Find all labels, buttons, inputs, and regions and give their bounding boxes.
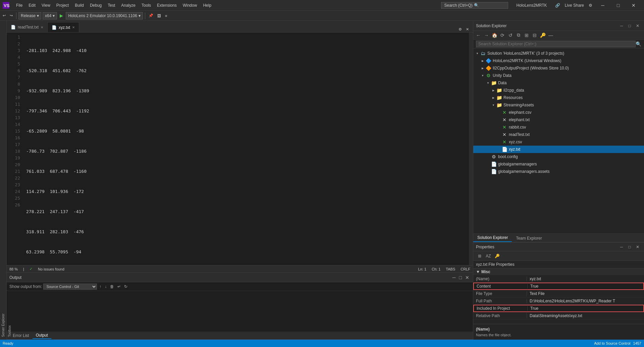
se-sync-btn[interactable]: ⟳ xyxy=(499,32,506,39)
output-float-btn[interactable]: □ xyxy=(458,275,463,280)
tree-folder-il2cppdata[interactable]: ▶ 📁 il2cpp_data xyxy=(473,87,644,94)
output-wrap-btn[interactable]: ↵ xyxy=(116,284,122,289)
prop-row-relativepath[interactable]: Relative Path Data\StreamingAssets\xyz.t… xyxy=(473,312,644,319)
tree-file-rabbit-csv[interactable]: ✕ rabbit.csv xyxy=(473,123,644,131)
prop-value-content: True xyxy=(528,284,643,289)
live-share-button[interactable]: Live Share xyxy=(563,2,586,8)
tab-settings-btn[interactable]: ⚙ xyxy=(457,27,463,32)
props-alpha-btn[interactable]: AZ xyxy=(485,252,492,260)
svg-text:VS: VS xyxy=(4,3,9,8)
source-control-status[interactable]: Add to Source Control xyxy=(594,341,630,345)
prop-row-fullpath[interactable]: Full Path D:\HoloLens2\HoloLens2MRTK\UWP… xyxy=(473,297,644,305)
toolbar-btn-2[interactable]: 🖼 xyxy=(156,13,162,18)
menu-file[interactable]: File xyxy=(13,2,25,9)
se-toggle-btn[interactable]: — xyxy=(547,32,554,39)
tree-file-xyz-txt[interactable]: 📄 xyz.txt xyxy=(473,146,644,153)
desc-text: Names the file object. xyxy=(476,333,641,337)
props-pages-btn[interactable]: 🔑 xyxy=(493,252,501,260)
global-search[interactable]: Search (Ctrl+Q) 🔍 xyxy=(441,2,508,9)
tab-xyztxt-close[interactable]: ✕ xyxy=(72,26,75,29)
tree-folder-data[interactable]: ▼ 📁 Data xyxy=(473,79,644,87)
tab-xyztxt[interactable]: 📄 xyz.txt ✕ xyxy=(48,22,79,32)
menu-debug[interactable]: Debug xyxy=(87,2,104,9)
output-refresh-btn[interactable]: ↻ xyxy=(123,284,128,289)
release-chevron-icon: ▾ xyxy=(37,13,39,18)
toolbar-btn-3[interactable]: ≡ xyxy=(164,13,168,18)
se-expand-btn[interactable]: ⊞ xyxy=(523,32,530,39)
se-search-input[interactable] xyxy=(476,41,636,47)
tree-folder-resources[interactable]: ▶ 📁 Resources xyxy=(473,94,644,101)
tree-file-globalgamemanagers[interactable]: 📄 globalgamemanagers xyxy=(473,160,644,168)
se-collapse-btn[interactable]: ⊟ xyxy=(531,32,538,39)
run-target-dropdown[interactable]: HoloLens 2 Emulator 10.0.19041.1106 ▾ xyxy=(66,12,143,19)
release-dropdown[interactable]: Release ▾ xyxy=(18,12,41,19)
menu-analyze[interactable]: Analyze xyxy=(118,2,138,9)
output-scroll-up-btn[interactable]: ↑ xyxy=(98,284,102,289)
separator-1: | xyxy=(23,267,24,271)
tree-project-il2cpp[interactable]: ▶ 🔶 Il2CppOutputProject (Windows Store 1… xyxy=(473,64,644,72)
se-back-btn[interactable]: ← xyxy=(475,32,482,39)
bottom-tab-output[interactable]: Output xyxy=(33,332,51,339)
se-tab-solution-explorer[interactable]: Solution Explorer xyxy=(473,234,512,242)
tree-file-xyz-csv[interactable]: ✕ xyz.csv xyxy=(473,138,644,146)
tree-solution[interactable]: ▼ 🗂 Solution 'HoloLens2MRTK' (3 of 3 pro… xyxy=(473,50,644,57)
props-minimize-btn[interactable]: ─ xyxy=(618,243,625,251)
menu-view[interactable]: View xyxy=(39,2,53,9)
menu-project[interactable]: Project xyxy=(54,2,71,9)
props-close-btn[interactable]: ✕ xyxy=(634,243,641,251)
minimize-button[interactable]: ─ xyxy=(595,0,610,11)
tab-readtest[interactable]: 📄 readTest.txt ✕ xyxy=(7,22,48,32)
run-button[interactable]: ▶ xyxy=(58,13,64,18)
se-refresh-btn[interactable]: ↺ xyxy=(507,32,514,39)
tree-file-boot-config[interactable]: ⚙ boot.config xyxy=(473,153,644,160)
menu-window[interactable]: Window xyxy=(180,2,200,9)
se-properties-btn[interactable]: 🔑 xyxy=(539,32,546,39)
menu-extensions[interactable]: Extensions xyxy=(154,2,179,9)
tree-project-unitydata[interactable]: ▼ ⚙ Unity Data xyxy=(473,72,644,79)
props-float-btn[interactable]: □ xyxy=(626,243,633,251)
tab-readtest-close[interactable]: ✕ xyxy=(41,26,43,29)
se-tab-team-explorer[interactable]: Team Explorer xyxy=(512,235,546,242)
menu-edit[interactable]: Edit xyxy=(26,2,38,9)
close-button[interactable]: ✕ xyxy=(626,0,641,11)
props-misc-section[interactable]: ▼ Misc xyxy=(473,268,644,275)
se-home-btn[interactable]: 🏠 xyxy=(491,32,498,39)
output-scroll-down-btn[interactable]: ↓ xyxy=(104,284,108,289)
editor-scrollbar[interactable] xyxy=(469,33,473,265)
output-minimize-btn[interactable]: ─ xyxy=(451,275,457,280)
tree-file-elephant-csv[interactable]: ✕ elephant.csv xyxy=(473,109,644,116)
toolbar-undo[interactable]: ↩ xyxy=(1,13,7,18)
code-editor[interactable]: -281.103 242.988 -410 -520.318 451.602 -… xyxy=(23,33,469,265)
bottom-tab-errorlist[interactable]: Error List xyxy=(9,333,33,339)
toolbar-btn-1[interactable]: 📌 xyxy=(147,13,155,18)
settings-icon[interactable]: ⚙ xyxy=(589,3,592,8)
tree-project-hl2mrtk[interactable]: ▶ 🔷 HoloLens2MRTK (Universal Windows) xyxy=(473,57,644,64)
position-status: 1457 xyxy=(633,341,641,345)
prop-row-filetype[interactable]: File Type Text File xyxy=(473,290,644,297)
se-minimize-btn[interactable]: ─ xyxy=(618,22,625,30)
menu-tools[interactable]: Tools xyxy=(139,2,154,9)
output-source-select[interactable]: Source Control - GitBuildDebugTest xyxy=(43,284,97,290)
tree-folder-streaming[interactable]: ▼ 📁 StreamingAssets xyxy=(473,101,644,109)
tab-pin-btn[interactable]: ✕ xyxy=(465,27,470,32)
server-explorer-strip[interactable]: Server Explorer xyxy=(0,21,6,340)
restore-button[interactable]: □ xyxy=(610,0,626,11)
se-forward-btn[interactable]: → xyxy=(483,32,490,39)
tree-file-readtest[interactable]: ✕ readTest.txt xyxy=(473,131,644,138)
se-copy-btn[interactable]: ⧉ xyxy=(515,32,522,39)
output-clear-btn[interactable]: 🗑 xyxy=(109,284,115,289)
se-float-btn[interactable]: □ xyxy=(626,22,633,30)
prop-row-content[interactable]: Content True xyxy=(473,283,644,290)
menu-help[interactable]: Help xyxy=(200,2,214,9)
toolbar-redo[interactable]: ↪ xyxy=(8,13,14,18)
tree-file-globalgamemanagers-assets[interactable]: 📄 globalgamemanagers.assets xyxy=(473,168,644,175)
menu-build[interactable]: Build xyxy=(72,2,87,9)
prop-row-included[interactable]: Included In Project True xyxy=(473,305,644,312)
platform-dropdown[interactable]: x64 ▾ xyxy=(43,12,57,19)
se-close-btn[interactable]: ✕ xyxy=(634,22,641,30)
tree-file-elephant-txt[interactable]: ✕ elephant.txt xyxy=(473,116,644,123)
prop-row-name[interactable]: (Name) xyz.txt xyxy=(473,275,644,283)
menu-test[interactable]: Test xyxy=(105,2,118,9)
props-categorized-btn[interactable]: ⊞ xyxy=(476,252,483,260)
output-close-btn[interactable]: ✕ xyxy=(464,275,470,280)
